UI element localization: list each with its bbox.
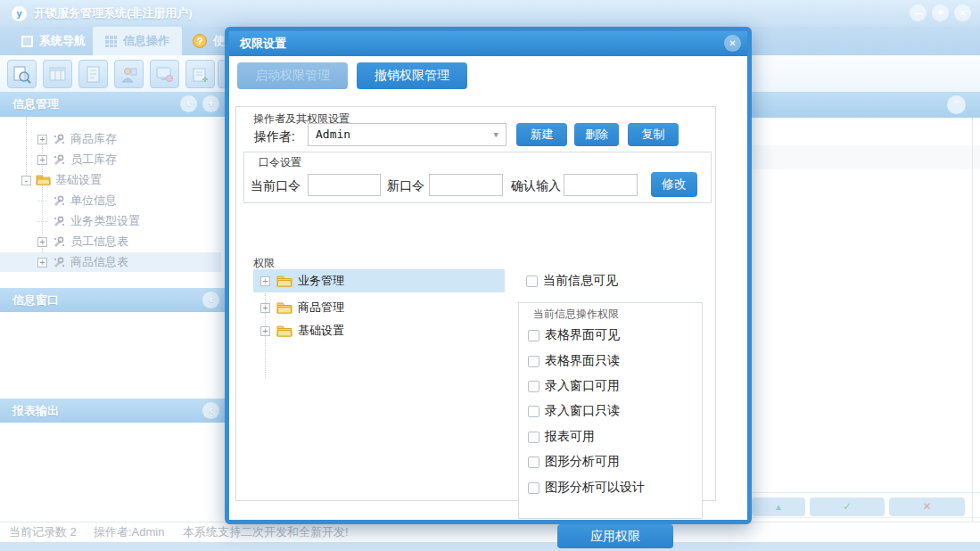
apply-permission-button[interactable]: 应用权限 [557,524,673,548]
checkbox-label: 当前信息可见 [543,273,618,289]
checkbox-label: 图形分析可以设计 [545,480,645,496]
status-bar: 当前记录数 2 操作者:Admin 本系统支持二次开发和全新开发! [0,522,980,542]
checkbox-icon[interactable] [526,276,538,287]
tool-icon [52,194,66,208]
triangle-icon: ▲ [774,502,783,512]
tree-dash [37,221,47,222]
cancel-button[interactable]: ✕ [889,498,965,516]
maximize-icon[interactable] [932,4,949,21]
expand-icon[interactable]: + [37,237,47,247]
panel-header-info-management[interactable]: 信息管理 ‹ + [0,92,225,117]
operator-value: Admin [316,127,350,141]
tree-item-label: 员工库存 [70,152,117,168]
new-button[interactable]: 新建 [516,123,567,146]
copy-button[interactable]: 复制 [628,123,679,146]
revoke-permission-button[interactable]: 撤销权限管理 [357,62,467,89]
confirm-button[interactable]: ✓ [810,498,885,516]
monitor-button[interactable] [150,60,179,88]
panel-header-report-output[interactable]: 报表输出 ‹ [0,399,225,423]
expand-icon[interactable]: + [260,303,270,313]
checkbox-icon[interactable] [528,330,539,341]
plus-icon[interactable]: + [202,95,219,112]
expand-icon[interactable]: + [260,326,270,336]
dialog-close-icon[interactable] [724,35,741,52]
checkbox-icon[interactable] [528,432,539,443]
checkbox-entry-enabled[interactable]: 录入窗口可用 [528,378,620,394]
perm-tree-item-product-management[interactable]: + 商品管理 [253,297,505,318]
nav-first-button[interactable]: ▲ [752,498,805,516]
start-permission-button[interactable]: 启动权限管理 [237,62,348,89]
checkbox-report-enabled[interactable]: 报表可用 [528,429,595,445]
folder-icon [276,275,292,288]
add-document-button[interactable] [185,60,215,88]
status-message: 本系统支持二次开发和全新开发! [183,522,349,542]
window-title: 开锁服务管理系统(非注册用户) [34,0,193,27]
expand-icon[interactable]: + [260,276,270,286]
tree-item-product-info-table[interactable]: + 商品信息表 [0,252,221,272]
expand-icon[interactable]: + [37,258,47,267]
checkbox-grid-visible[interactable]: 表格界面可见 [528,327,620,343]
checkbox-grid-readonly[interactable]: 表格界面只读 [528,353,620,369]
delete-button[interactable]: 删除 [574,123,619,146]
chevron-left-icon[interactable]: ‹ [180,95,197,112]
tool-icon [52,235,66,249]
user-button[interactable] [114,60,144,88]
current-info-visible-checkbox[interactable]: 当前信息可见 [526,273,618,289]
chevron-up-icon[interactable]: ⌃ [947,95,966,114]
new-password-input[interactable] [429,174,503,196]
checkbox-chart-enabled[interactable]: 图形分析可用 [528,454,620,470]
chevron-left-icon[interactable]: ‹ [202,402,219,419]
folder-icon [36,174,51,186]
current-password-input[interactable] [308,174,381,196]
tree-dash [37,201,47,201]
document-button[interactable] [78,60,108,88]
tab-system-navigation[interactable]: 系统导航 [9,27,98,55]
chevron-left-icon[interactable]: ‹ [202,292,219,308]
checkbox-icon[interactable] [528,456,539,468]
tree-item-basic-settings[interactable]: - 基础设置 [0,170,221,190]
app-logo-icon: y [12,6,27,21]
tree-item-label: 商品管理 [298,300,344,316]
checkbox-icon[interactable] [528,482,539,494]
close-window-icon[interactable] [954,4,971,21]
tree-item-label: 业务类型设置 [70,213,140,229]
tree-item-staff-info-table[interactable]: + 员工信息表 [0,232,221,251]
tab-info-operation[interactable]: 信息操作 [93,27,182,55]
tree-item-product-stock[interactable]: + 商品库存 [0,129,221,149]
operator-select[interactable]: Admin ▼ [308,123,506,146]
check-icon: ✓ [843,500,852,513]
tree-item-unit-info[interactable]: 单位信息 [0,191,221,210]
perm-tree-item-basic-settings[interactable]: + 基础设置 [253,320,505,341]
dialog-title-bar[interactable]: 权限设置 [229,31,747,56]
chevron-down-icon: ▼ [494,124,498,145]
checkbox-chart-design[interactable]: 图形分析可以设计 [528,480,645,496]
status-operator: 操作者:Admin [94,522,164,542]
window-bottom-edge [0,542,980,551]
checkbox-icon[interactable] [528,381,539,392]
panel-title: 信息窗口 [12,293,59,307]
folder-icon [276,325,292,338]
modify-button[interactable]: 修改 [651,172,697,197]
monitor-icon [156,66,174,84]
search-document-button[interactable] [7,60,37,88]
collapse-icon[interactable]: - [21,176,31,185]
record-count: 当前记录数 2 [9,522,77,542]
expand-icon[interactable]: + [37,155,47,165]
tree-item-label: 员工信息表 [70,234,128,250]
checkbox-entry-readonly[interactable]: 录入窗口只读 [528,403,620,419]
tree-item-business-type-settings[interactable]: 业务类型设置 [0,211,221,231]
add-document-icon [192,66,210,84]
panel-header-info-window[interactable]: 信息窗口 ‹ [0,288,225,312]
expand-icon[interactable]: + [37,135,47,144]
confirm-password-input[interactable] [564,174,638,196]
checkbox-icon[interactable] [528,406,539,417]
minimize-icon[interactable] [910,4,926,21]
panel-title: 报表输出 [12,404,59,417]
search-document-icon [13,66,31,84]
table-button[interactable] [43,60,72,88]
tree-item-staff-stock[interactable]: + 员工库存 [0,150,221,169]
checkbox-icon[interactable] [528,356,539,367]
current-info-ops-groupbox: 当前信息操作权限 表格界面可见 表格界面只读 录入窗口可用 录入窗口只读 [518,302,703,519]
current-password-label: 当前口令 [251,178,301,194]
perm-tree-item-business-management[interactable]: + 业务管理 [253,269,505,292]
